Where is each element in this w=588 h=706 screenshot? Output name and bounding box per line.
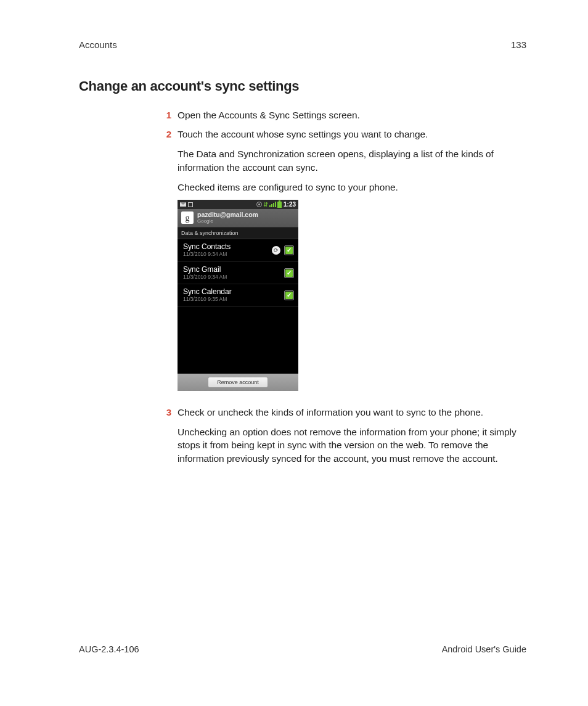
- step-text: Unchecking an option does not remove the…: [178, 425, 526, 466]
- sync-row-gmail[interactable]: Sync Gmail 11/3/2010 9:34 AM ✓: [178, 262, 298, 285]
- sync-in-progress-icon: ⟳: [272, 246, 280, 255]
- page-footer: AUG-2.3.4-106 Android User's Guide: [79, 643, 526, 655]
- step-3: 3 Check or uncheck the kinds of informat…: [157, 406, 526, 466]
- phone-empty-area: [178, 307, 298, 374]
- status-right: ⇵ 1:23: [256, 200, 296, 209]
- sync-controls: ✓: [284, 290, 294, 300]
- steps-list: 1 Open the Accounts & Sync Settings scre…: [157, 109, 526, 466]
- sync-row-calendar[interactable]: Sync Calendar 11/3/2010 9:35 AM ✓: [178, 284, 298, 307]
- sync-title: Sync Contacts: [183, 243, 231, 252]
- status-bar: ⇵ 1:23: [178, 200, 298, 209]
- step-2: 2 Touch the account whose sync settings …: [157, 128, 526, 399]
- notification-icon: [188, 202, 193, 207]
- account-info: pazditu@gmail.com Google: [197, 211, 258, 224]
- mail-icon: [180, 202, 186, 207]
- check-icon: ✓: [285, 269, 293, 277]
- sync-checkbox[interactable]: ✓: [284, 290, 294, 300]
- check-icon: ✓: [285, 247, 293, 254]
- sync-controls: ✓: [284, 268, 294, 278]
- footer-doc-title: Android User's Guide: [442, 643, 526, 655]
- step-number: 1: [157, 109, 171, 122]
- account-header: g pazditu@gmail.com Google: [178, 209, 298, 226]
- phone-screenshot: ⇵ 1:23 g pazditu@gmail.com Google Data &…: [178, 200, 298, 391]
- sync-checkbox[interactable]: ✓: [284, 245, 294, 255]
- footer-doc-id: AUG-2.3.4-106: [79, 643, 139, 655]
- sync-info: Sync Gmail 11/3/2010 9:34 AM: [183, 266, 227, 281]
- step-number: 2: [157, 128, 171, 399]
- battery-icon: [277, 202, 282, 208]
- signal-icon: [269, 202, 276, 207]
- sync-section-header: Data & synchronization: [178, 227, 298, 240]
- sync-row-contacts[interactable]: Sync Contacts 11/3/2010 9:34 AM ⟳ ✓: [178, 239, 298, 262]
- page-header: Accounts 133: [79, 38, 526, 51]
- sync-title: Sync Calendar: [183, 288, 232, 297]
- sync-timestamp: 11/3/2010 9:35 AM: [183, 297, 232, 303]
- check-icon: ✓: [285, 292, 293, 299]
- sync-checkbox[interactable]: ✓: [284, 268, 294, 278]
- usb-icon: ⇵: [263, 202, 268, 208]
- step-1: 1 Open the Accounts & Sync Settings scre…: [157, 109, 526, 122]
- step-body: Check or uncheck the kinds of informatio…: [178, 406, 526, 466]
- step-body: Touch the account whose sync settings yo…: [178, 128, 526, 399]
- header-section: Accounts: [79, 38, 117, 51]
- account-type: Google: [197, 219, 258, 224]
- status-left: [180, 202, 193, 207]
- page-title: Change an account's sync settings: [79, 77, 526, 96]
- step-text: Check or uncheck the kinds of informatio…: [178, 406, 526, 419]
- sync-info: Sync Calendar 11/3/2010 9:35 AM: [183, 288, 232, 303]
- step-text: Touch the account whose sync settings yo…: [178, 128, 526, 141]
- google-badge-icon: g: [181, 211, 194, 224]
- step-text: The Data and Synchronization screen open…: [178, 147, 526, 174]
- step-text: Checked items are configured to sync to …: [178, 181, 526, 194]
- status-time: 1:23: [284, 200, 296, 209]
- phone-footer: Remove account: [178, 374, 298, 391]
- sync-status-icon: [256, 202, 262, 207]
- sync-title: Sync Gmail: [183, 266, 227, 274]
- header-page-number: 133: [511, 38, 526, 51]
- sync-controls: ⟳ ✓: [272, 245, 294, 255]
- sync-timestamp: 11/3/2010 9:34 AM: [183, 252, 231, 258]
- step-number: 3: [157, 406, 171, 466]
- sync-timestamp: 11/3/2010 9:34 AM: [183, 274, 227, 281]
- remove-account-button[interactable]: Remove account: [208, 377, 268, 388]
- step-text: Open the Accounts & Sync Settings screen…: [178, 109, 526, 122]
- step-body: Open the Accounts & Sync Settings screen…: [178, 109, 526, 122]
- sync-info: Sync Contacts 11/3/2010 9:34 AM: [183, 243, 231, 258]
